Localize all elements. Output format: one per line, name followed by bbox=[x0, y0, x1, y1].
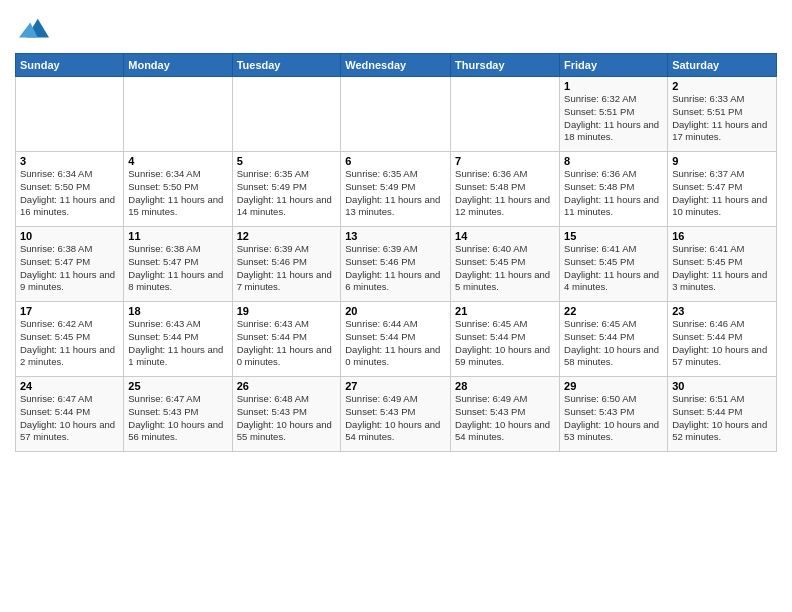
day-info: Sunrise: 6:44 AM Sunset: 5:44 PM Dayligh… bbox=[345, 318, 446, 369]
page-container: SundayMondayTuesdayWednesdayThursdayFrid… bbox=[0, 0, 792, 462]
day-number: 19 bbox=[237, 305, 337, 317]
day-info: Sunrise: 6:43 AM Sunset: 5:44 PM Dayligh… bbox=[237, 318, 337, 369]
day-info: Sunrise: 6:48 AM Sunset: 5:43 PM Dayligh… bbox=[237, 393, 337, 444]
day-info: Sunrise: 6:34 AM Sunset: 5:50 PM Dayligh… bbox=[128, 168, 227, 219]
day-info: Sunrise: 6:42 AM Sunset: 5:45 PM Dayligh… bbox=[20, 318, 119, 369]
calendar-cell: 4Sunrise: 6:34 AM Sunset: 5:50 PM Daylig… bbox=[124, 152, 232, 227]
day-number: 13 bbox=[345, 230, 446, 242]
calendar-cell: 26Sunrise: 6:48 AM Sunset: 5:43 PM Dayli… bbox=[232, 377, 341, 452]
day-number: 28 bbox=[455, 380, 555, 392]
calendar-cell: 29Sunrise: 6:50 AM Sunset: 5:43 PM Dayli… bbox=[560, 377, 668, 452]
day-number: 15 bbox=[564, 230, 663, 242]
calendar-cell: 24Sunrise: 6:47 AM Sunset: 5:44 PM Dayli… bbox=[16, 377, 124, 452]
calendar-cell: 23Sunrise: 6:46 AM Sunset: 5:44 PM Dayli… bbox=[668, 302, 777, 377]
calendar-cell: 9Sunrise: 6:37 AM Sunset: 5:47 PM Daylig… bbox=[668, 152, 777, 227]
logo bbox=[15, 15, 49, 45]
day-number: 23 bbox=[672, 305, 772, 317]
calendar-cell: 17Sunrise: 6:42 AM Sunset: 5:45 PM Dayli… bbox=[16, 302, 124, 377]
day-number: 22 bbox=[564, 305, 663, 317]
day-number: 20 bbox=[345, 305, 446, 317]
day-info: Sunrise: 6:47 AM Sunset: 5:43 PM Dayligh… bbox=[128, 393, 227, 444]
day-number: 14 bbox=[455, 230, 555, 242]
calendar-cell bbox=[124, 77, 232, 152]
day-number: 5 bbox=[237, 155, 337, 167]
header bbox=[15, 10, 777, 45]
day-number: 11 bbox=[128, 230, 227, 242]
day-number: 12 bbox=[237, 230, 337, 242]
day-number: 7 bbox=[455, 155, 555, 167]
day-info: Sunrise: 6:49 AM Sunset: 5:43 PM Dayligh… bbox=[455, 393, 555, 444]
calendar-cell: 20Sunrise: 6:44 AM Sunset: 5:44 PM Dayli… bbox=[341, 302, 451, 377]
calendar-cell bbox=[451, 77, 560, 152]
calendar-cell: 13Sunrise: 6:39 AM Sunset: 5:46 PM Dayli… bbox=[341, 227, 451, 302]
day-number: 9 bbox=[672, 155, 772, 167]
day-number: 30 bbox=[672, 380, 772, 392]
calendar-table: SundayMondayTuesdayWednesdayThursdayFrid… bbox=[15, 53, 777, 452]
day-info: Sunrise: 6:34 AM Sunset: 5:50 PM Dayligh… bbox=[20, 168, 119, 219]
calendar-cell bbox=[232, 77, 341, 152]
calendar-cell: 27Sunrise: 6:49 AM Sunset: 5:43 PM Dayli… bbox=[341, 377, 451, 452]
day-number: 4 bbox=[128, 155, 227, 167]
day-info: Sunrise: 6:35 AM Sunset: 5:49 PM Dayligh… bbox=[345, 168, 446, 219]
calendar-cell: 1Sunrise: 6:32 AM Sunset: 5:51 PM Daylig… bbox=[560, 77, 668, 152]
calendar-week-2: 3Sunrise: 6:34 AM Sunset: 5:50 PM Daylig… bbox=[16, 152, 777, 227]
day-info: Sunrise: 6:32 AM Sunset: 5:51 PM Dayligh… bbox=[564, 93, 663, 144]
calendar-cell: 7Sunrise: 6:36 AM Sunset: 5:48 PM Daylig… bbox=[451, 152, 560, 227]
day-info: Sunrise: 6:39 AM Sunset: 5:46 PM Dayligh… bbox=[345, 243, 446, 294]
day-info: Sunrise: 6:38 AM Sunset: 5:47 PM Dayligh… bbox=[20, 243, 119, 294]
logo-icon bbox=[19, 15, 49, 45]
calendar-cell: 8Sunrise: 6:36 AM Sunset: 5:48 PM Daylig… bbox=[560, 152, 668, 227]
calendar-week-3: 10Sunrise: 6:38 AM Sunset: 5:47 PM Dayli… bbox=[16, 227, 777, 302]
day-number: 18 bbox=[128, 305, 227, 317]
calendar-cell: 6Sunrise: 6:35 AM Sunset: 5:49 PM Daylig… bbox=[341, 152, 451, 227]
calendar-header-wednesday: Wednesday bbox=[341, 54, 451, 77]
calendar-cell: 28Sunrise: 6:49 AM Sunset: 5:43 PM Dayli… bbox=[451, 377, 560, 452]
day-info: Sunrise: 6:37 AM Sunset: 5:47 PM Dayligh… bbox=[672, 168, 772, 219]
day-info: Sunrise: 6:41 AM Sunset: 5:45 PM Dayligh… bbox=[564, 243, 663, 294]
logo-text bbox=[15, 15, 49, 45]
day-info: Sunrise: 6:33 AM Sunset: 5:51 PM Dayligh… bbox=[672, 93, 772, 144]
day-number: 27 bbox=[345, 380, 446, 392]
calendar-cell: 3Sunrise: 6:34 AM Sunset: 5:50 PM Daylig… bbox=[16, 152, 124, 227]
day-info: Sunrise: 6:41 AM Sunset: 5:45 PM Dayligh… bbox=[672, 243, 772, 294]
calendar-header-saturday: Saturday bbox=[668, 54, 777, 77]
calendar-week-1: 1Sunrise: 6:32 AM Sunset: 5:51 PM Daylig… bbox=[16, 77, 777, 152]
day-number: 6 bbox=[345, 155, 446, 167]
day-info: Sunrise: 6:45 AM Sunset: 5:44 PM Dayligh… bbox=[564, 318, 663, 369]
day-number: 10 bbox=[20, 230, 119, 242]
calendar-cell: 11Sunrise: 6:38 AM Sunset: 5:47 PM Dayli… bbox=[124, 227, 232, 302]
day-number: 16 bbox=[672, 230, 772, 242]
calendar-header-row: SundayMondayTuesdayWednesdayThursdayFrid… bbox=[16, 54, 777, 77]
day-info: Sunrise: 6:45 AM Sunset: 5:44 PM Dayligh… bbox=[455, 318, 555, 369]
calendar-cell: 16Sunrise: 6:41 AM Sunset: 5:45 PM Dayli… bbox=[668, 227, 777, 302]
calendar-cell: 25Sunrise: 6:47 AM Sunset: 5:43 PM Dayli… bbox=[124, 377, 232, 452]
day-info: Sunrise: 6:36 AM Sunset: 5:48 PM Dayligh… bbox=[455, 168, 555, 219]
day-info: Sunrise: 6:51 AM Sunset: 5:44 PM Dayligh… bbox=[672, 393, 772, 444]
day-number: 2 bbox=[672, 80, 772, 92]
day-info: Sunrise: 6:46 AM Sunset: 5:44 PM Dayligh… bbox=[672, 318, 772, 369]
calendar-header-tuesday: Tuesday bbox=[232, 54, 341, 77]
day-number: 3 bbox=[20, 155, 119, 167]
calendar-cell bbox=[341, 77, 451, 152]
calendar-header-friday: Friday bbox=[560, 54, 668, 77]
calendar-cell: 19Sunrise: 6:43 AM Sunset: 5:44 PM Dayli… bbox=[232, 302, 341, 377]
day-info: Sunrise: 6:50 AM Sunset: 5:43 PM Dayligh… bbox=[564, 393, 663, 444]
calendar-cell: 2Sunrise: 6:33 AM Sunset: 5:51 PM Daylig… bbox=[668, 77, 777, 152]
calendar-cell bbox=[16, 77, 124, 152]
day-info: Sunrise: 6:40 AM Sunset: 5:45 PM Dayligh… bbox=[455, 243, 555, 294]
day-info: Sunrise: 6:38 AM Sunset: 5:47 PM Dayligh… bbox=[128, 243, 227, 294]
day-number: 1 bbox=[564, 80, 663, 92]
day-info: Sunrise: 6:47 AM Sunset: 5:44 PM Dayligh… bbox=[20, 393, 119, 444]
calendar-cell: 30Sunrise: 6:51 AM Sunset: 5:44 PM Dayli… bbox=[668, 377, 777, 452]
calendar-cell: 10Sunrise: 6:38 AM Sunset: 5:47 PM Dayli… bbox=[16, 227, 124, 302]
day-info: Sunrise: 6:43 AM Sunset: 5:44 PM Dayligh… bbox=[128, 318, 227, 369]
calendar-header-thursday: Thursday bbox=[451, 54, 560, 77]
day-number: 25 bbox=[128, 380, 227, 392]
calendar-cell: 15Sunrise: 6:41 AM Sunset: 5:45 PM Dayli… bbox=[560, 227, 668, 302]
calendar-cell: 18Sunrise: 6:43 AM Sunset: 5:44 PM Dayli… bbox=[124, 302, 232, 377]
day-number: 29 bbox=[564, 380, 663, 392]
day-number: 26 bbox=[237, 380, 337, 392]
day-number: 17 bbox=[20, 305, 119, 317]
day-info: Sunrise: 6:36 AM Sunset: 5:48 PM Dayligh… bbox=[564, 168, 663, 219]
calendar-cell: 14Sunrise: 6:40 AM Sunset: 5:45 PM Dayli… bbox=[451, 227, 560, 302]
